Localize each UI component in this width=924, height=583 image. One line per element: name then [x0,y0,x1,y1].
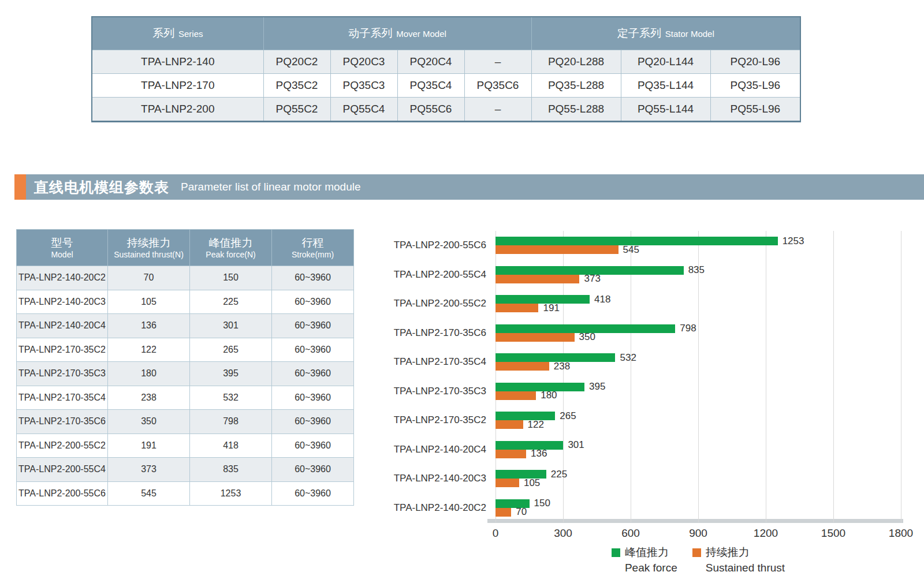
table-cell: 545 [108,481,190,506]
table-cell: 105 [108,290,190,314]
table-cell: 532 [190,386,272,410]
category-label: TPA-LNP2-140-20C3 [394,470,486,487]
category-label: TPA-LNP2-170-35C3 [394,383,486,400]
banner-accent-bar [14,174,26,200]
x-axis-ticks: 0300600900120015001800 [381,527,912,542]
table-cell: TPA-LNP2-140-20C4 [17,314,108,338]
bar-sustained-thrust [495,420,523,429]
bar-value-label: 238 [554,361,570,372]
category-label: TPA-LNP2-200-55C2 [394,295,486,312]
category-label: TPA-LNP2-140-20C4 [394,441,486,458]
table-cell: 60~3960 [272,458,354,482]
table-cell: TPA-LNP2-170-35C3 [17,362,108,386]
legend-sustained-thrust-en: Sustained thrust [692,562,785,574]
bar-row: 180 [495,391,901,400]
series-header-zh: 系列 [152,27,174,39]
param-table-row: TPA-LNP2-140-20C413630160~3960 [17,314,354,338]
table-cell: TPA-LNP2-200-55C2 [17,433,108,458]
table-cell: 70 [108,266,190,290]
bar-value-label: 1253 [783,236,804,247]
bar-row: 150 [495,499,901,508]
bar-value-label: 225 [551,469,567,480]
category-label: TPA-LNP2-140-20C2 [394,499,486,517]
table-cell: 60~3960 [272,314,354,338]
bar-row: 545 [495,245,901,254]
category-label: TPA-LNP2-170-35C6 [394,324,486,342]
table-cell: 798 [190,410,272,434]
bar-peak-force [495,383,584,391]
x-tick-label: 600 [621,527,640,540]
x-tick-label: 900 [689,527,707,540]
table-cell: TPA-LNP2-200 [92,98,263,122]
bar-value-label: 122 [528,419,544,431]
category-label: TPA-LNP2-170-35C2 [394,412,486,429]
x-tick-label: 0 [493,527,499,540]
param-table-row: TPA-LNP2-200-55C219141860~3960 [17,433,354,458]
table-cell: 60~3960 [272,433,354,458]
mover-model-header: 动子系列Mover Model [263,17,531,50]
table-cell: – [464,98,531,122]
bar-value-label: 150 [534,498,550,509]
param-header-stroke-en: Stroke(mm) [272,250,353,260]
legend-sustained-thrust-zh: 持续推力 [706,545,750,560]
table-cell: TPA-LNP2-170-35C6 [17,410,108,434]
table-cell: 60~3960 [272,338,354,362]
table-cell: 60~3960 [272,362,354,386]
x-tick-label: 1800 [889,527,913,540]
bar-value-label: 798 [680,323,696,334]
series-header: 系列Series [92,17,263,50]
bar-sustained-thrust [495,275,579,283]
table-cell: TPA-LNP2-200-55C6 [17,481,108,506]
bar-sustained-thrust [495,245,619,254]
bar-peak-force [495,441,563,450]
stator-model-header-zh: 定子系列 [617,27,661,39]
param-table-row: TPA-LNP2-170-35C635079860~3960 [17,410,354,434]
table-cell: 191 [108,433,190,458]
legend-peak-force-en: Peak force [612,562,677,574]
param-header-model-en: Model [17,250,107,260]
param-table-row: TPA-LNP2-200-55C437383560~3960 [17,458,354,482]
bar-row: 798 [495,324,901,333]
param-header-sustained-thrust: 持续推力 Sustained thrust(N) [108,230,190,266]
sustained-thrust-swatch-icon [692,548,701,557]
chart-bar-group: TPA-LNP2-140-20C3225105 [495,464,901,494]
table-cell: PQ55C2 [263,98,330,122]
param-header-stroke: 行程 Stroke(mm) [272,230,354,266]
table-cell: PQ35-L96 [710,74,800,98]
param-table-row: TPA-LNP2-140-20C310522560~3960 [17,290,354,314]
chart-bar-group: TPA-LNP2-200-55C2418191 [495,289,901,319]
table-cell: 395 [190,362,272,386]
bar-row: 225 [495,470,901,479]
bar-row: 265 [495,412,901,420]
table-cell: PQ55-L288 [531,98,621,122]
table-cell: TPA-LNP2-200-55C4 [17,458,108,482]
bar-row: 835 [495,266,901,275]
chart-bar-group: TPA-LNP2-140-20C215070 [495,494,901,523]
param-table-row: TPA-LNP2-200-55C6545125360~3960 [17,481,354,506]
table-cell: PQ20-L144 [621,50,710,74]
bar-sustained-thrust [495,450,526,458]
bar-row: 1253 [495,237,901,245]
table-cell: TPA-LNP2-170-35C4 [17,386,108,410]
mover-stator-model-table: 系列Series 动子系列Mover Model 定子系列Stator Mode… [91,16,800,122]
x-tick-label: 300 [554,527,572,540]
table-cell: PQ35-L144 [621,74,710,98]
table-cell: PQ35C2 [263,74,330,98]
bar-sustained-thrust [495,362,549,371]
chart-bar-group: TPA-LNP2-200-55C4835373 [495,260,901,290]
param-header-sustained-en: Sustained thrust(N) [108,250,189,260]
model-table-row: TPA-LNP2-200PQ55C2PQ55C4PQ55C6–PQ55-L288… [92,98,800,122]
param-table-row: TPA-LNP2-170-35C423853260~3960 [17,386,354,410]
bar-value-label: 301 [568,439,584,451]
bar-sustained-thrust [495,508,511,517]
thrust-bar-chart: TPA-LNP2-200-55C61253545TPA-LNP2-200-55C… [381,226,912,581]
bar-row: 238 [495,362,901,371]
model-table-row: TPA-LNP2-140PQ20C2PQ20C3PQ20C4–PQ20-L288… [92,50,800,74]
chart-bar-group: TPA-LNP2-170-35C2265122 [495,406,901,435]
bar-value-label: 395 [589,381,605,393]
bar-value-label: 532 [620,352,636,364]
table-cell: PQ55C6 [397,98,464,122]
series-header-en: Series [178,29,203,39]
bar-value-label: 835 [688,264,705,276]
table-cell: 60~3960 [272,481,354,506]
